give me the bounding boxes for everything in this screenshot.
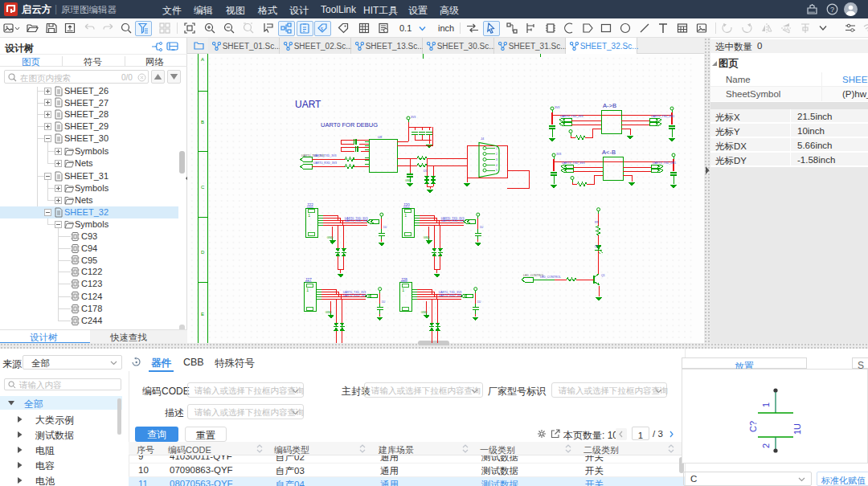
svg-text:5: 5 (496, 169, 497, 172)
svg-text:C?: C? (748, 421, 758, 432)
svg-text:1: 1 (496, 147, 497, 150)
svg-text:D9: D9 (595, 245, 599, 248)
svg-text:3: 3 (496, 158, 497, 161)
svg-text:2: 2 (496, 153, 497, 156)
svg-text:J22: J22 (307, 202, 313, 207)
svg-text:B: B (201, 120, 204, 125)
svg-text:A: A (201, 57, 204, 62)
svg-text:E: E (201, 312, 204, 317)
svg-text:3V3: 3V3 (411, 116, 416, 119)
svg-text:1: 1 (761, 402, 771, 407)
svg-text:R9: R9 (595, 221, 599, 224)
svg-text:4: 4 (496, 164, 497, 167)
svg-text:?: ? (830, 6, 834, 14)
svg-text:UART: UART (295, 99, 321, 110)
svg-text:D5: D5 (424, 169, 428, 173)
svg-text:D: D (201, 250, 205, 255)
svg-text:UART0 FOR DEBUG: UART0 FOR DEBUG (321, 121, 378, 129)
svg-text:1U: 1U (792, 423, 802, 435)
svg-text:GND: GND (405, 179, 411, 182)
svg-text:J20: J20 (403, 202, 410, 207)
svg-text:J28: J28 (401, 277, 407, 282)
svg-text:2: 2 (761, 443, 771, 448)
svg-text:A->B: A->B (603, 102, 616, 109)
svg-text:UART0_RXD_3V3: UART0_RXD_3V3 (313, 161, 337, 165)
svg-text:LED_CONTROL: LED_CONTROL (540, 276, 561, 279)
svg-text:J4: J4 (481, 137, 485, 141)
svg-text:Q1: Q1 (601, 274, 605, 277)
svg-text:U8: U8 (378, 135, 383, 139)
svg-text:UART0_TXD_3V3: UART0_TXD_3V3 (313, 154, 337, 157)
svg-text:A<-B: A<-B (602, 149, 616, 156)
svg-text:J27: J27 (305, 277, 312, 282)
svg-text:C: C (201, 185, 205, 190)
svg-text:$: $ (321, 27, 324, 31)
